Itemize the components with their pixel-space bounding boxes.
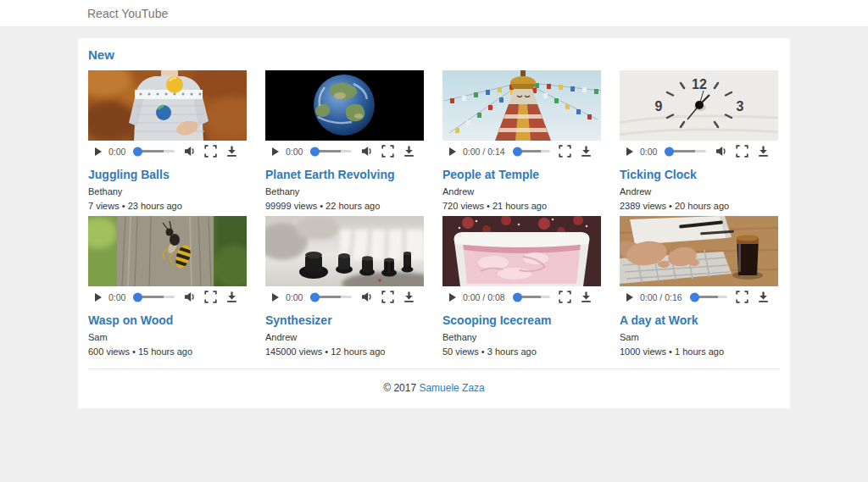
video-meta: 7 views • 23 hours ago	[88, 201, 247, 212]
video-thumbnail[interactable]	[88, 70, 247, 141]
fullscreen-icon[interactable]	[381, 291, 394, 303]
video-title-link[interactable]: A day at Work	[620, 314, 778, 327]
seek-slider[interactable]	[310, 150, 352, 152]
player-controls: 0:00	[265, 286, 424, 307]
download-icon[interactable]	[403, 145, 415, 158]
svg-text:12: 12	[692, 77, 707, 91]
fullscreen-icon[interactable]	[736, 291, 748, 303]
seek-slider[interactable]	[665, 150, 706, 152]
seek-handle[interactable]	[133, 292, 142, 302]
download-icon[interactable]	[757, 145, 770, 158]
video-card: 0:00 Wasp on Wood Sam 600 views • 15 hou…	[88, 216, 247, 357]
play-icon[interactable]	[272, 293, 279, 302]
fullscreen-icon[interactable]	[381, 145, 394, 158]
player-controls: 0:00	[88, 141, 247, 162]
video-title-link[interactable]: People at Temple	[442, 169, 601, 181]
video-player: 0:00	[265, 70, 424, 162]
video-card: 0:00 / 0:14 People at Temple Andrew 720 …	[442, 70, 601, 212]
video-author: Andrew	[620, 186, 778, 197]
player-controls: 0:00	[620, 141, 778, 162]
volume-icon[interactable]	[360, 291, 373, 303]
video-title-link[interactable]: Scooping Icecream	[442, 314, 601, 327]
seek-handle[interactable]	[690, 292, 699, 302]
video-author: Bethany	[88, 186, 247, 197]
download-icon[interactable]	[580, 145, 593, 158]
seek-handle[interactable]	[310, 147, 320, 156]
volume-icon[interactable]	[360, 145, 373, 158]
video-card: 1239 0:00 Ticking Clock Andrew 2389	[620, 70, 778, 212]
download-icon[interactable]	[757, 291, 770, 303]
time-display: 0:00	[108, 147, 125, 157]
time-display: 0:00 / 0:16	[640, 292, 682, 302]
video-author: Sam	[620, 332, 778, 343]
video-author: Bethany	[265, 186, 424, 197]
video-meta: 2389 views • 20 hours ago	[620, 201, 778, 212]
video-meta: 600 views • 15 hours ago	[88, 346, 247, 357]
play-icon[interactable]	[95, 293, 102, 302]
video-thumbnail[interactable]	[442, 216, 601, 286]
seek-slider[interactable]	[310, 296, 352, 298]
seek-slider[interactable]	[513, 150, 550, 152]
seek-handle[interactable]	[310, 292, 320, 302]
video-thumbnail[interactable]	[265, 216, 424, 286]
volume-icon[interactable]	[715, 145, 727, 158]
svg-text:3: 3	[737, 99, 744, 114]
fullscreen-icon[interactable]	[736, 145, 748, 158]
player-controls: 0:00	[265, 141, 424, 162]
content-panel: New 0:00 Juggling Balls	[78, 38, 790, 408]
fullscreen-icon[interactable]	[559, 291, 571, 303]
video-title-link[interactable]: Planet Earth Revolving	[265, 169, 424, 181]
download-icon[interactable]	[580, 291, 593, 303]
video-title-link[interactable]: Ticking Clock	[620, 169, 778, 181]
video-thumbnail[interactable]	[620, 216, 778, 286]
app-brand[interactable]: React YouTube	[87, 7, 168, 20]
player-controls: 0:00 / 0:16	[620, 286, 778, 307]
download-icon[interactable]	[403, 291, 415, 303]
volume-icon[interactable]	[183, 145, 196, 158]
time-display: 0:00	[640, 147, 657, 157]
video-thumbnail[interactable]	[88, 216, 247, 286]
video-author: Andrew	[442, 186, 601, 197]
download-icon[interactable]	[225, 291, 238, 303]
fullscreen-icon[interactable]	[559, 145, 571, 158]
play-icon[interactable]	[449, 293, 456, 302]
seek-handle[interactable]	[513, 292, 522, 302]
seek-slider[interactable]	[690, 296, 727, 298]
fullscreen-icon[interactable]	[204, 145, 217, 158]
play-icon[interactable]	[626, 147, 633, 156]
time-display: 0:00	[286, 147, 303, 157]
video-title-link[interactable]: Synthesizer	[265, 314, 424, 327]
play-icon[interactable]	[95, 147, 102, 156]
download-icon[interactable]	[225, 145, 238, 158]
section-title: New	[88, 47, 780, 62]
svg-text:9: 9	[655, 99, 663, 114]
play-icon[interactable]	[449, 147, 456, 156]
copyright-text: © 2017	[383, 382, 416, 394]
time-display: 0:00 / 0:14	[463, 147, 505, 157]
seek-slider[interactable]	[513, 296, 550, 298]
video-title-link[interactable]: Wasp on Wood	[88, 314, 247, 327]
video-player: 0:00	[88, 70, 247, 162]
seek-handle[interactable]	[665, 147, 674, 156]
play-icon[interactable]	[272, 147, 279, 156]
seek-handle[interactable]	[133, 147, 142, 156]
volume-icon[interactable]	[183, 291, 196, 303]
video-author: Sam	[88, 332, 247, 343]
video-thumbnail[interactable]	[265, 70, 424, 141]
seek-slider[interactable]	[133, 150, 175, 152]
video-thumbnail[interactable]	[442, 70, 601, 141]
play-icon[interactable]	[626, 293, 633, 302]
seek-slider[interactable]	[133, 296, 175, 298]
video-title-link[interactable]: Juggling Balls	[88, 169, 247, 181]
video-meta: 1000 views • 1 hours ago	[620, 346, 778, 357]
video-meta: 145000 views • 12 hours ago	[265, 346, 424, 357]
author-link[interactable]: Samuele Zaza	[419, 382, 484, 394]
video-player: 0:00 / 0:08	[442, 216, 601, 307]
fullscreen-icon[interactable]	[204, 291, 217, 303]
video-thumbnail[interactable]: 1239	[620, 70, 778, 141]
seek-handle[interactable]	[513, 147, 522, 156]
video-meta: 720 views • 21 hours ago	[442, 201, 601, 212]
video-player: 0:00 / 0:16	[620, 216, 778, 307]
time-display: 0:00	[286, 292, 303, 302]
player-controls: 0:00 / 0:08	[442, 286, 601, 307]
